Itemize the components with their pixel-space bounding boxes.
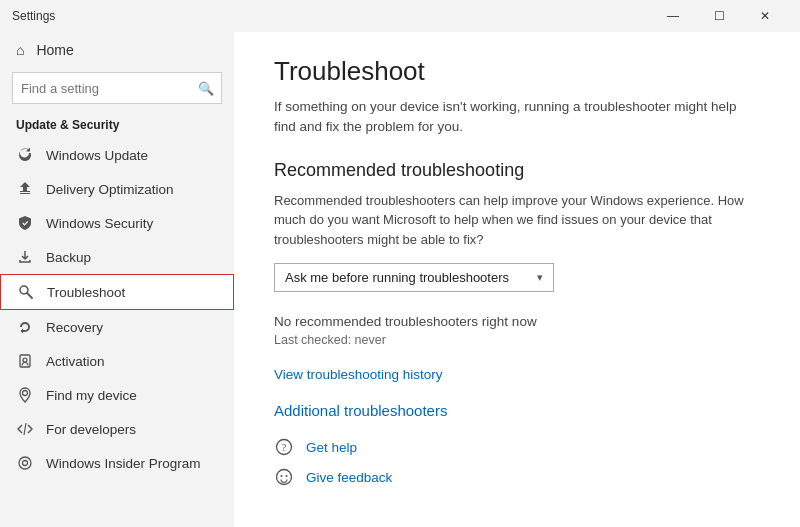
sidebar-label-recovery: Recovery bbox=[46, 320, 103, 335]
main-content: Troubleshoot If something on your device… bbox=[234, 32, 800, 527]
sidebar-item-delivery-optimization[interactable]: Delivery Optimization bbox=[0, 172, 234, 206]
sidebar-home-label: Home bbox=[36, 42, 73, 58]
recommended-section-desc: Recommended troubleshooters can help imp… bbox=[274, 191, 760, 250]
svg-point-6 bbox=[19, 457, 31, 469]
sidebar-item-find-my-device[interactable]: Find my device bbox=[0, 378, 234, 412]
sidebar-label-windows-update: Windows Update bbox=[46, 148, 148, 163]
recovery-icon bbox=[16, 318, 34, 336]
page-desc: If something on your device isn't workin… bbox=[274, 97, 760, 138]
sidebar-label-windows-insider: Windows Insider Program bbox=[46, 456, 201, 471]
get-help-link[interactable]: Get help bbox=[306, 440, 357, 455]
additional-troubleshooters-link[interactable]: Additional troubleshooters bbox=[274, 402, 760, 419]
home-icon: ⌂ bbox=[16, 42, 24, 58]
svg-point-4 bbox=[23, 391, 28, 396]
title-bar: Settings — ☐ ✕ bbox=[0, 0, 800, 32]
svg-line-1 bbox=[27, 293, 32, 298]
sidebar-nav: Windows UpdateDelivery OptimizationWindo… bbox=[0, 138, 234, 480]
maximize-button[interactable]: ☐ bbox=[696, 0, 742, 32]
windows-update-icon bbox=[16, 146, 34, 164]
search-icon: 🔍 bbox=[198, 81, 214, 96]
sidebar-label-find-my-device: Find my device bbox=[46, 388, 137, 403]
svg-point-12 bbox=[286, 475, 288, 477]
recommended-section-title: Recommended troubleshooting bbox=[274, 160, 760, 181]
sidebar-item-home[interactable]: ⌂ Home bbox=[0, 32, 234, 68]
give-feedback-icon bbox=[274, 467, 294, 487]
help-item-give-feedback[interactable]: Give feedback bbox=[274, 467, 760, 487]
sidebar-label-troubleshoot: Troubleshoot bbox=[47, 285, 125, 300]
sidebar-label-backup: Backup bbox=[46, 250, 91, 265]
sidebar-search-container: 🔍 bbox=[12, 72, 222, 104]
sidebar-label-windows-security: Windows Security bbox=[46, 216, 153, 231]
find-my-device-icon bbox=[16, 386, 34, 404]
activation-icon bbox=[16, 352, 34, 370]
last-checked-text: Last checked: never bbox=[274, 333, 760, 347]
sidebar-label-for-developers: For developers bbox=[46, 422, 136, 437]
windows-insider-icon bbox=[16, 454, 34, 472]
sidebar-label-activation: Activation bbox=[46, 354, 105, 369]
help-item-get-help[interactable]: ?Get help bbox=[274, 437, 760, 457]
search-input[interactable] bbox=[12, 72, 222, 104]
app-body: ⌂ Home 🔍 Update & Security Windows Updat… bbox=[0, 32, 800, 527]
sidebar-item-windows-update[interactable]: Windows Update bbox=[0, 138, 234, 172]
sidebar-item-backup[interactable]: Backup bbox=[0, 240, 234, 274]
page-title: Troubleshoot bbox=[274, 56, 760, 87]
get-help-icon: ? bbox=[274, 437, 294, 457]
sidebar-item-troubleshoot[interactable]: Troubleshoot bbox=[0, 274, 234, 310]
windows-security-icon bbox=[16, 214, 34, 232]
title-bar-controls: — ☐ ✕ bbox=[650, 0, 788, 32]
svg-line-5 bbox=[24, 423, 26, 435]
help-items: ?Get helpGive feedback bbox=[274, 437, 760, 487]
give-feedback-link[interactable]: Give feedback bbox=[306, 470, 392, 485]
title-bar-title: Settings bbox=[12, 9, 55, 23]
sidebar-item-recovery[interactable]: Recovery bbox=[0, 310, 234, 344]
sidebar-item-windows-insider[interactable]: Windows Insider Program bbox=[0, 446, 234, 480]
sidebar-label-delivery-optimization: Delivery Optimization bbox=[46, 182, 174, 197]
svg-point-3 bbox=[23, 358, 27, 362]
view-history-link[interactable]: View troubleshooting history bbox=[274, 367, 760, 382]
sidebar-item-windows-security[interactable]: Windows Security bbox=[0, 206, 234, 240]
sidebar-item-for-developers[interactable]: For developers bbox=[0, 412, 234, 446]
chevron-down-icon: ▾ bbox=[537, 271, 543, 284]
close-button[interactable]: ✕ bbox=[742, 0, 788, 32]
backup-icon bbox=[16, 248, 34, 266]
sidebar-item-activation[interactable]: Activation bbox=[0, 344, 234, 378]
for-developers-icon bbox=[16, 420, 34, 438]
delivery-optimization-icon bbox=[16, 180, 34, 198]
dropdown-value: Ask me before running troubleshooters bbox=[285, 270, 509, 285]
svg-point-11 bbox=[281, 475, 283, 477]
svg-text:?: ? bbox=[282, 441, 287, 453]
no-troubleshooters-text: No recommended troubleshooters right now bbox=[274, 314, 760, 329]
svg-point-7 bbox=[23, 461, 28, 466]
minimize-button[interactable]: — bbox=[650, 0, 696, 32]
sidebar: ⌂ Home 🔍 Update & Security Windows Updat… bbox=[0, 32, 234, 527]
troubleshoot-icon bbox=[17, 283, 35, 301]
sidebar-section-title: Update & Security bbox=[0, 112, 234, 138]
troubleshoot-dropdown[interactable]: Ask me before running troubleshooters ▾ bbox=[274, 263, 554, 292]
